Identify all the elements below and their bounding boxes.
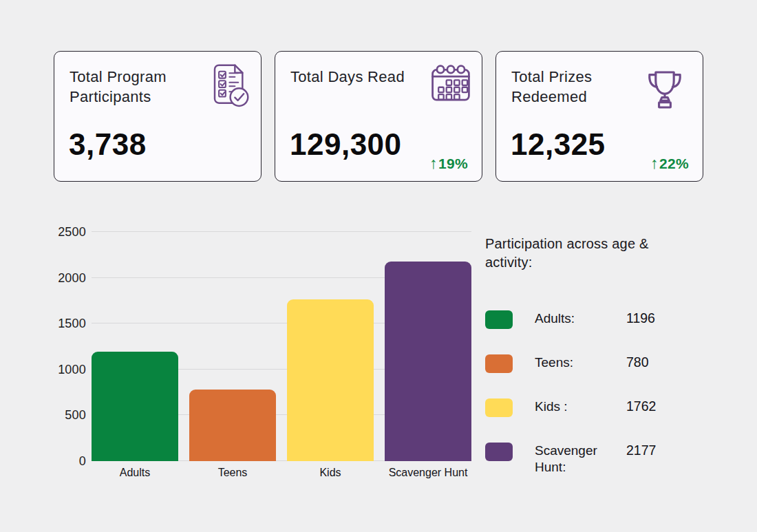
- delta-value: 22%: [659, 156, 689, 172]
- legend-swatch-kids: [485, 398, 513, 417]
- chart-legend: Participation across age & activity: Adu…: [485, 235, 686, 272]
- legend-label: Kids :: [535, 398, 626, 415]
- card-title: Total Prizes Redeemed: [511, 67, 652, 107]
- y-tick-label: 2000: [58, 270, 86, 285]
- delta-value: 19%: [438, 156, 468, 172]
- legend-rows: Adults: 1196 Teens: 780 Kids : 1762 Scav…: [485, 310, 686, 501]
- bar-teens: [189, 390, 276, 461]
- dashboard: Total Program Participants: [0, 0, 757, 532]
- x-tick-label: Scavenger Hunt: [389, 467, 468, 479]
- stat-cards-row: Total Program Participants: [54, 51, 703, 182]
- y-tick-label: 1000: [58, 362, 86, 376]
- bar-scavenger-hunt: [385, 262, 471, 461]
- legend-swatch-scavenger-hunt: [485, 443, 513, 461]
- up-arrow-icon: ↑: [429, 154, 438, 173]
- y-tick-label: 500: [65, 408, 86, 423]
- x-tick-label: Teens: [218, 467, 248, 479]
- y-axis: 05001000150020002500: [52, 232, 86, 461]
- legend-row-adults: Adults: 1196: [485, 310, 686, 329]
- legend-value: 780: [626, 354, 649, 370]
- legend-label: Adults:: [535, 310, 626, 327]
- x-tick-label: Kids: [319, 467, 341, 479]
- legend-label: Teens:: [535, 354, 626, 371]
- legend-row-kids: Kids : 1762: [485, 398, 686, 417]
- legend-label: Scavenger Hunt:: [535, 443, 626, 476]
- bar-column: Teens: [189, 232, 276, 461]
- y-tick-label: 0: [79, 454, 86, 469]
- bar-chart: AdultsTeensKidsScavenger Hunt: [92, 232, 471, 461]
- bar-column: Adults: [92, 232, 178, 461]
- legend-swatch-teens: [485, 354, 513, 373]
- legend-title: Participation across age & activity:: [485, 235, 686, 272]
- checklist-icon: [209, 63, 251, 108]
- y-tick-label: 2500: [58, 225, 86, 240]
- bar-column: Scavenger Hunt: [385, 232, 471, 461]
- calendar-icon: [429, 63, 472, 104]
- legend-value: 1762: [626, 398, 656, 414]
- card-value: 12,325: [511, 127, 606, 162]
- bar-adults: [92, 352, 178, 461]
- legend-row-teens: Teens: 780: [485, 354, 686, 373]
- card-title: Total Days Read: [290, 67, 405, 87]
- up-arrow-icon: ↑: [650, 154, 659, 173]
- x-tick-label: Adults: [120, 467, 150, 479]
- trophy-icon: [645, 68, 685, 109]
- legend-value: 1196: [626, 310, 655, 326]
- card-value: 129,300: [290, 127, 402, 162]
- bars: AdultsTeensKidsScavenger Hunt: [92, 232, 471, 461]
- card-title: Total Program Participants: [70, 67, 211, 107]
- card-delta: ↑ 22%: [650, 154, 689, 173]
- legend-row-scavenger-hunt: Scavenger Hunt: 2177: [485, 443, 686, 476]
- card-total-prizes-redeemed: Total Prizes Redeemed 12,325 ↑ 22%: [495, 51, 703, 182]
- bar-kids: [287, 299, 374, 461]
- card-total-days-read: Total Days Read: [275, 51, 482, 182]
- card-total-program-participants: Total Program Participants: [54, 51, 262, 182]
- y-tick-label: 1500: [58, 317, 86, 331]
- legend-swatch-adults: [485, 310, 513, 329]
- card-delta: ↑ 19%: [429, 154, 468, 173]
- bar-column: Kids: [287, 232, 374, 461]
- card-value: 3,738: [69, 127, 147, 162]
- legend-value: 2177: [626, 443, 656, 458]
